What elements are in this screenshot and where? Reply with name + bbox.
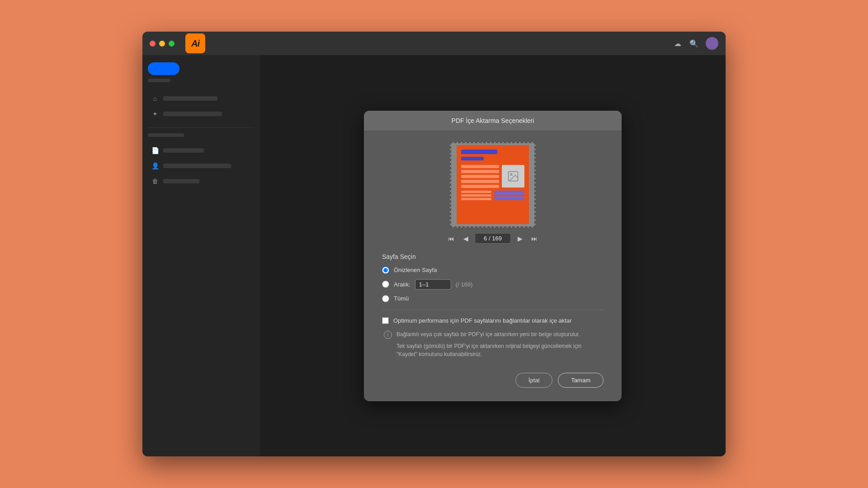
modal-overlay: PDF İçe Aktarma Seçenekleri <box>260 55 726 456</box>
section-divider <box>382 310 604 310</box>
pdf-import-dialog: PDF İçe Aktarma Seçenekleri <box>364 111 622 401</box>
info-icon: i <box>384 331 392 339</box>
prev-page-button[interactable]: ◀ <box>460 233 471 244</box>
page-input[interactable] <box>475 233 511 244</box>
app-body: ⌂ ✦ 📄 👤 🗑 <box>142 55 726 456</box>
pdf-thumb-text-lines <box>461 165 499 188</box>
pdf-bottom-blue-3 <box>494 198 524 200</box>
next-page-button[interactable]: ▶ <box>514 233 525 244</box>
pdf-thumb-body <box>461 165 524 188</box>
pdf-bottom-line-2 <box>461 194 491 197</box>
option-preview-page-row: Önizlenen Sayfa <box>382 267 604 274</box>
sidebar-item-trash[interactable]: 🗑 <box>148 174 255 188</box>
sidebar-item-files-label <box>163 148 204 153</box>
dialog-content: ⏮ ◀ ▶ ⏭ Sayfa Seçin <box>364 131 622 401</box>
pdf-bottom-blue-1 <box>494 191 524 193</box>
discover-icon: ✦ <box>151 110 159 117</box>
range-input[interactable] <box>415 279 451 290</box>
search-icon[interactable]: 🔍 <box>689 39 698 48</box>
info-line-2: Tek sayfalı (gömülü) bir PDF'yi içe akta… <box>396 342 602 358</box>
option-all-label[interactable]: Tümü <box>394 295 409 302</box>
option-range-label[interactable]: Aralık: <box>394 281 410 288</box>
cancel-button[interactable]: İptal <box>515 373 553 388</box>
option-range-radio[interactable] <box>382 281 389 288</box>
option-preview-radio[interactable] <box>382 267 389 274</box>
maximize-button[interactable] <box>169 41 175 47</box>
sidebar-section-label <box>148 133 184 137</box>
pdf-line-4 <box>461 180 499 183</box>
close-button[interactable] <box>150 41 156 47</box>
avatar[interactable] <box>706 37 718 50</box>
sidebar-item-users-label <box>163 164 231 168</box>
pdf-thumb-col-left <box>461 191 491 200</box>
sidebar-divider <box>148 127 255 128</box>
app-logo: Ai <box>185 33 205 53</box>
option-range-row: Aralık: (/ 169) <box>382 279 604 290</box>
option-all-row: Tümü <box>382 295 604 302</box>
sidebar-new-button[interactable] <box>148 62 179 75</box>
sidebar-item-discover-label <box>163 112 222 116</box>
last-page-button[interactable]: ⏭ <box>529 233 540 244</box>
import-checkbox-row: Optimum performans için PDF sayfalarını … <box>382 317 604 324</box>
page-nav-controls: ⏮ ◀ ▶ ⏭ <box>446 233 540 244</box>
info-line-1: Bağlantılı veya çok sayfalı bir PDF'yi i… <box>396 330 602 338</box>
users-icon: 👤 <box>151 162 159 169</box>
cloud-icon[interactable]: ☁ <box>673 39 682 48</box>
preview-frame <box>450 142 536 228</box>
dialog-titlebar: PDF İçe Aktarma Seçenekleri <box>364 111 622 131</box>
pdf-thumb-col-right <box>494 191 524 200</box>
ok-button[interactable]: Tamam <box>558 373 604 388</box>
pdf-bottom-line-3 <box>461 198 491 200</box>
traffic-lights <box>150 41 175 47</box>
pdf-thumb-header-line <box>461 150 497 154</box>
minimize-button[interactable] <box>159 41 165 47</box>
main-content: PDF İçe Aktarma Seçenekleri <box>260 55 726 456</box>
option-all-radio[interactable] <box>382 295 389 302</box>
sidebar-item-files[interactable]: 📄 <box>148 143 255 158</box>
pdf-bottom-line-1 <box>461 191 491 193</box>
info-text: Bağlantılı veya çok sayfalı bir PDF'yi i… <box>396 330 602 362</box>
sidebar-item-users[interactable]: 👤 <box>148 159 255 173</box>
sidebar-subtitle <box>148 79 170 82</box>
pdf-line-3 <box>461 175 499 178</box>
import-links-label[interactable]: Optimum performans için PDF sayfalarını … <box>393 317 572 324</box>
section-title: Sayfa Seçin <box>382 253 604 260</box>
pdf-line-1 <box>461 165 499 168</box>
sidebar-item-home[interactable]: ⌂ <box>148 91 255 106</box>
pdf-thumbnail <box>457 145 529 224</box>
title-bar: Ai ☁ 🔍 <box>142 32 726 55</box>
pdf-thumb-subheader-line <box>461 157 484 160</box>
home-icon: ⌂ <box>151 95 159 102</box>
option-preview-label[interactable]: Önizlenen Sayfa <box>394 267 437 273</box>
sidebar-item-discover[interactable]: ✦ <box>148 107 255 121</box>
dialog-title: PDF İçe Aktarma Seçenekleri <box>373 117 613 124</box>
preview-area: ⏮ ◀ ▶ ⏭ <box>382 142 604 244</box>
import-links-checkbox[interactable] <box>382 317 389 324</box>
first-page-button[interactable]: ⏮ <box>446 233 457 244</box>
trash-icon: 🗑 <box>151 178 159 185</box>
pdf-thumb-bottom <box>461 191 524 200</box>
pdf-line-2 <box>461 170 499 173</box>
sidebar: ⌂ ✦ 📄 👤 🗑 <box>142 55 260 456</box>
dialog-buttons: İptal Tamam <box>382 373 604 388</box>
title-bar-right: ☁ 🔍 <box>673 37 718 50</box>
svg-point-1 <box>510 174 512 175</box>
page-select-section: Sayfa Seçin Önizlenen Sayfa Aralık: (/ 1… <box>382 253 604 302</box>
sidebar-item-home-label <box>163 96 217 101</box>
range-hint: (/ 169) <box>456 281 473 288</box>
info-block: i Bağlantılı veya çok sayfalı bir PDF'yi… <box>382 330 604 362</box>
pdf-bottom-blue-2 <box>494 194 524 197</box>
pdf-thumb-image <box>502 165 524 188</box>
app-window: Ai ☁ 🔍 ⌂ ✦ 📄 <box>142 32 726 456</box>
file-icon: 📄 <box>151 147 159 154</box>
sidebar-item-trash-label <box>163 179 199 183</box>
pdf-line-5 <box>461 185 499 188</box>
